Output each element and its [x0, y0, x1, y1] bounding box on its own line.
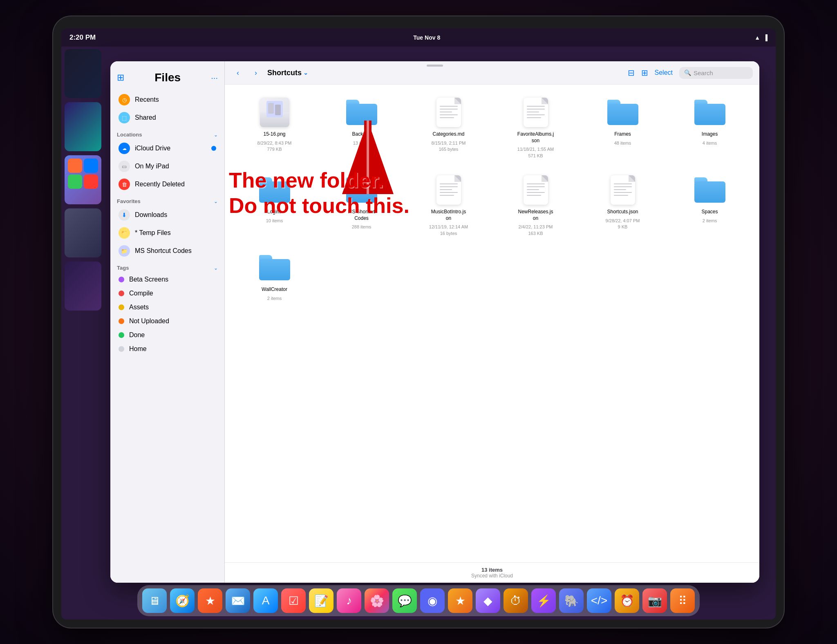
- sidebar-item-ms[interactable]: 📁 MS Shortcut Codes: [112, 242, 223, 260]
- doc-file-icon: [436, 175, 461, 205]
- dock-app-goodlinks[interactable]: ★: [198, 588, 222, 613]
- tag-label: Assets: [129, 304, 149, 311]
- content-status: 13 items Synced with iCloud: [225, 562, 759, 583]
- file-item[interactable]: MS Shortcut Codes 288 items: [320, 170, 403, 240]
- file-item[interactable]: Images 4 items: [668, 93, 751, 162]
- file-item[interactable]: FavoriteAlbums.json 11/18/21, 1:55 AM571…: [494, 93, 577, 162]
- file-name: Shortcuts.json: [607, 209, 638, 215]
- dock-app-app-store[interactable]: A: [253, 588, 278, 613]
- sidebar-item-temp[interactable]: 📁 * Temp Files: [112, 224, 223, 242]
- app-thumb-5[interactable]: [65, 262, 101, 311]
- folder-icon: [694, 177, 725, 203]
- dock-app-shortcuts[interactable]: ⚡: [531, 588, 556, 613]
- tag-label: Done: [129, 331, 145, 339]
- app-thumb-4[interactable]: [65, 208, 101, 257]
- forward-button[interactable]: ›: [249, 66, 262, 79]
- sidebar-item-tag-compile[interactable]: Compile: [112, 286, 223, 300]
- file-item[interactable]: Frames 48 items: [581, 93, 664, 162]
- app-switcher[interactable]: [65, 49, 105, 579]
- items-count: 13 items: [229, 567, 755, 573]
- sidebar-item-icloud[interactable]: ☁ iCloud Drive: [112, 139, 223, 157]
- file-item[interactable]: 15-16.png 8/29/22, 8:43 PM779 KB: [233, 93, 316, 162]
- sidebar-item-tag-done[interactable]: Done: [112, 328, 223, 342]
- dock-app-reeder[interactable]: ★: [448, 588, 472, 613]
- folder-icon: [346, 177, 377, 203]
- dock-app-code-editor[interactable]: </>: [587, 588, 611, 613]
- folder-icon: [694, 100, 725, 125]
- ipad-label: On My iPad: [135, 163, 169, 170]
- dock-app-discord[interactable]: ◉: [420, 588, 445, 613]
- file-meta: 8/15/19, 2:11 PM165 bytes: [432, 140, 466, 153]
- sidebar-icon[interactable]: ⊞: [117, 72, 124, 83]
- window-handle: [427, 65, 443, 67]
- file-item[interactable]: MusicBotIntro.json 12/11/19, 12:14 AM16 …: [407, 170, 490, 240]
- sidebar-item-ipad[interactable]: ▭ On My iPad: [112, 157, 223, 175]
- dock-app-overflow[interactable]: ⠿: [670, 588, 695, 613]
- sidebar-item-tag-not-uploaded[interactable]: Not Uploaded: [112, 314, 223, 328]
- dock-app-mail[interactable]: ✉️: [226, 588, 250, 613]
- sidebar-item-recents[interactable]: ◷ Recents: [112, 91, 223, 109]
- ipad-screen: 2:20 PM Tue Nov 8 ▲ ▐: [61, 29, 776, 619]
- sidebar-item-downloads[interactable]: ⬇ Downloads: [112, 206, 223, 224]
- file-name: Backups: [352, 131, 371, 138]
- dock-app-reminders[interactable]: ☑: [281, 588, 306, 613]
- dock-app-safari[interactable]: 🧭: [170, 588, 195, 613]
- dock-app-craft[interactable]: ◆: [476, 588, 500, 613]
- file-item[interactable]: Backups 13 items: [320, 93, 403, 162]
- folder-icon-wrap: [694, 174, 726, 206]
- search-box[interactable]: 🔍 Search: [679, 67, 753, 79]
- tag-label: Not Uploaded: [129, 318, 169, 325]
- dock-app-music[interactable]: ♪: [337, 588, 361, 613]
- app-thumb-1[interactable]: [65, 49, 101, 98]
- folder-icon-wrap: [258, 251, 291, 284]
- file-item[interactable]: NewReleases.json 2/4/22, 11:23 PM163 KB: [494, 170, 577, 240]
- folder-icon-wrap: [258, 174, 291, 206]
- app-thumb-3[interactable]: [65, 155, 101, 204]
- folder-icon: [607, 100, 638, 125]
- tag-label: Home: [129, 345, 147, 353]
- search-icon: 🔍: [684, 69, 691, 76]
- dock-app-time-logger[interactable]: ⏰: [615, 588, 639, 613]
- sidebar-item-shared[interactable]: ⬚ Shared: [112, 109, 223, 127]
- dock-app-mastodon[interactable]: 🐘: [559, 588, 584, 613]
- file-name: WallCreator: [262, 286, 287, 293]
- folder-icon-wrap: [694, 96, 726, 129]
- dock-app-time-machine[interactable]: ⏱: [504, 588, 528, 613]
- dock-app-notes[interactable]: 📝: [309, 588, 333, 613]
- app-thumb-2[interactable]: [65, 102, 101, 151]
- locations-chevron[interactable]: ⌄: [214, 132, 218, 138]
- tag-dot: [119, 318, 124, 324]
- toolbar: ‹ › Shortcuts ⌄ ⊟ ⊞ Select 🔍 S: [225, 61, 759, 85]
- file-item[interactable]: Spaces 2 items: [668, 170, 751, 240]
- favorites-chevron[interactable]: ⌄: [214, 199, 218, 204]
- dock-app-messages[interactable]: 💬: [392, 588, 417, 613]
- tags-chevron[interactable]: ⌄: [214, 265, 218, 271]
- sidebar-top-bar: ⊞ Files ···: [110, 68, 224, 91]
- shared-label: Shared: [135, 114, 156, 121]
- file-item[interactable]: Logins 10 items: [233, 170, 316, 240]
- sidebar-item-tag-home[interactable]: Home: [112, 342, 223, 356]
- file-item[interactable]: Categories.md 8/15/19, 2:11 PM165 bytes: [407, 93, 490, 162]
- file-meta: 10 items: [266, 218, 283, 224]
- file-name: NewReleases.json: [517, 209, 554, 221]
- files-grid: 15-16.png 8/29/22, 8:43 PM779 KB Backups…: [225, 85, 759, 562]
- select-button[interactable]: Select: [655, 69, 673, 76]
- dock-app-screenshot[interactable]: 📷: [642, 588, 667, 613]
- dock-app-finder[interactable]: 🖥: [142, 588, 167, 613]
- folder-icon: [259, 177, 290, 203]
- dock-app-photos[interactable]: 🌸: [365, 588, 389, 613]
- back-button[interactable]: ‹: [231, 66, 244, 79]
- more-icon[interactable]: ···: [211, 73, 218, 83]
- breadcrumb[interactable]: Shortcuts ⌄: [267, 69, 308, 77]
- status-date: Tue Nov 8: [413, 34, 440, 41]
- file-item[interactable]: WallCreator 2 items: [233, 248, 316, 305]
- file-meta: 288 items: [352, 224, 372, 230]
- sidebar-item-tag-assets[interactable]: Assets: [112, 300, 223, 314]
- file-meta: 8/29/22, 8:43 PM779 KB: [257, 140, 292, 153]
- sidebar-item-deleted[interactable]: 🗑 Recently Deleted: [112, 175, 223, 193]
- sidebar-item-tag-beta-screens[interactable]: Beta Screens: [112, 273, 223, 286]
- photo-grid-icon[interactable]: ⊟: [628, 68, 635, 78]
- downloads-icon: ⬇: [119, 209, 130, 221]
- grid-icon[interactable]: ⊞: [641, 68, 648, 78]
- file-item[interactable]: Shortcuts.json 9/28/22, 4:07 PM9 KB: [581, 170, 664, 240]
